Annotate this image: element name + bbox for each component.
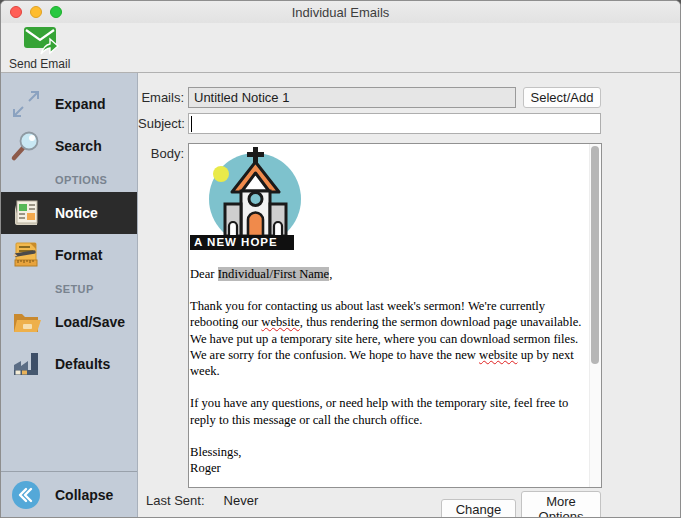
last-sent-value: Never xyxy=(224,493,259,508)
body-label: Body: xyxy=(138,146,184,161)
window-title: Individual Emails xyxy=(1,5,680,20)
collapse-icon xyxy=(9,478,43,512)
sidebar-section-options: OPTIONS xyxy=(1,167,137,192)
collapse-button[interactable]: Collapse xyxy=(1,471,137,518)
collapse-label: Collapse xyxy=(55,487,113,503)
toolbar: Send Email xyxy=(1,23,680,73)
sidebar-item-notice[interactable]: Notice xyxy=(1,192,137,234)
closing-line: Blessings, xyxy=(190,444,587,460)
search-icon xyxy=(9,129,43,163)
sidebar-item-expand[interactable]: Expand xyxy=(1,83,137,125)
expand-icon xyxy=(9,87,43,121)
sidebar-item-load-save[interactable]: Load/Save xyxy=(1,301,137,343)
newspaper-icon xyxy=(9,196,43,230)
sidebar-section-setup: SETUP xyxy=(1,276,137,301)
sidebar-item-label: Search xyxy=(55,138,102,154)
send-email-button[interactable]: Send Email xyxy=(9,23,70,71)
sidebar: Expand Search OPTIONS xyxy=(1,73,138,518)
sidebar-item-label: Expand xyxy=(55,96,106,112)
last-sent-label: Last Sent: xyxy=(146,493,205,508)
text-caret xyxy=(191,116,192,132)
misspelled-word: website xyxy=(479,348,517,362)
emails-label: Emails: xyxy=(138,90,184,105)
church-logo: A NEW HOPE xyxy=(190,146,312,250)
more-options-button[interactable]: More Options xyxy=(521,491,601,518)
logo-banner-text: A NEW HOPE xyxy=(190,235,294,250)
send-email-label: Send Email xyxy=(9,57,70,71)
send-email-icon xyxy=(21,23,59,56)
paragraph-2: If you have any questions, or need help … xyxy=(190,395,587,427)
change-button[interactable]: Change xyxy=(441,499,516,518)
select-add-button[interactable]: Select/Add xyxy=(523,87,601,108)
sidebar-item-label: Defaults xyxy=(55,356,110,372)
sidebar-item-search[interactable]: Search xyxy=(1,125,137,167)
titlebar: Individual Emails xyxy=(1,1,680,23)
main-panel: Emails: Untitled Notice 1 Select/Add Sub… xyxy=(138,73,680,518)
sidebar-item-format[interactable]: Format xyxy=(1,234,137,276)
sidebar-item-label: Notice xyxy=(55,205,98,221)
sidebar-item-label: Load/Save xyxy=(55,314,125,330)
greeting-line: Dear Individual/First Name, xyxy=(190,266,587,282)
misspelled-word: website xyxy=(261,315,299,329)
body-scrollbar-thumb[interactable] xyxy=(591,146,599,364)
factory-icon xyxy=(9,347,43,381)
body-editor[interactable]: A NEW HOPE Dear Individual/First Name, T… xyxy=(188,143,602,488)
sidebar-item-defaults[interactable]: Defaults xyxy=(1,343,137,385)
signature-line: Roger xyxy=(190,460,587,476)
subject-input[interactable] xyxy=(188,113,601,134)
merge-field-highlight: Individual/First Name xyxy=(218,267,330,281)
email-body-text: Dear Individual/First Name, Thank you fo… xyxy=(190,266,587,476)
format-icon xyxy=(9,238,43,272)
sidebar-item-label: Format xyxy=(55,247,102,263)
emails-field[interactable]: Untitled Notice 1 xyxy=(188,87,516,108)
subject-label: Subject: xyxy=(138,116,184,131)
folder-icon xyxy=(9,305,43,339)
app-window: Individual Emails Send Email xyxy=(0,0,681,518)
paragraph-1: Thank you for contacting us about last w… xyxy=(190,298,587,379)
body-scrollbar-track[interactable] xyxy=(589,144,601,487)
